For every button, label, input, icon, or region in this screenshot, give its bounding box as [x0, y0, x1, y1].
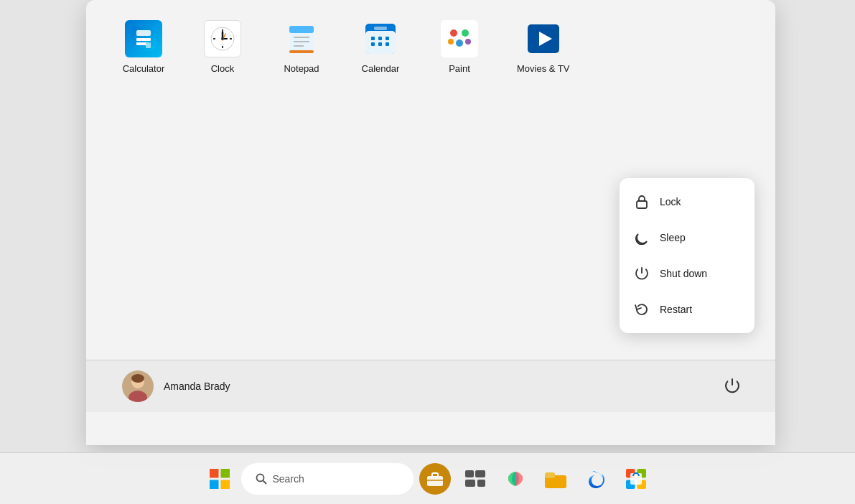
svg-rect-66	[630, 473, 642, 485]
svg-point-35	[462, 29, 469, 37]
sleep-icon	[634, 230, 650, 246]
svg-point-17	[221, 37, 224, 40]
svg-point-37	[448, 39, 454, 45]
start-button[interactable]	[201, 460, 238, 498]
task-view-button[interactable]	[457, 460, 494, 498]
svg-point-39	[457, 32, 462, 37]
search-placeholder: Search	[273, 473, 304, 485]
sleep-label: Sleep	[660, 232, 686, 243]
svg-rect-19	[289, 26, 314, 33]
avatar	[122, 370, 154, 402]
lock-button[interactable]: Lock	[620, 184, 754, 220]
file-explorer-icon	[545, 470, 566, 488]
svg-rect-56	[465, 470, 474, 477]
paint-icon	[441, 20, 478, 57]
svg-rect-1	[136, 30, 151, 36]
svg-rect-59	[477, 480, 485, 487]
shutdown-icon	[634, 266, 650, 281]
app-notepad[interactable]: Notepad	[273, 14, 330, 80]
task-view-icon	[465, 470, 485, 487]
work-app[interactable]	[416, 460, 454, 498]
svg-rect-30	[371, 42, 375, 46]
notepad-icon	[283, 20, 320, 57]
power-button[interactable]	[718, 372, 747, 401]
notepad-label: Notepad	[284, 63, 319, 74]
svg-rect-53	[427, 476, 443, 486]
svg-rect-50	[220, 480, 230, 489]
user-name: Amanda Brady	[164, 381, 230, 392]
svg-rect-58	[465, 480, 475, 487]
svg-point-34	[450, 29, 457, 37]
svg-rect-3	[141, 38, 146, 41]
taskbar: Search	[0, 452, 855, 504]
app-clock[interactable]: Clock	[194, 14, 251, 80]
svg-point-36	[456, 39, 463, 47]
svg-rect-54	[432, 473, 438, 477]
restart-icon	[634, 302, 650, 317]
svg-rect-61	[545, 472, 555, 478]
calculator-icon	[125, 20, 162, 57]
shutdown-button[interactable]: Shut down	[620, 256, 754, 291]
edge-button[interactable]	[577, 460, 615, 498]
svg-line-52	[263, 480, 266, 484]
svg-rect-31	[378, 42, 382, 46]
svg-rect-2	[136, 38, 141, 41]
store-button[interactable]	[617, 460, 655, 498]
svg-rect-6	[141, 42, 146, 45]
svg-rect-4	[146, 38, 151, 41]
app-movies[interactable]: Movies & TV	[510, 14, 576, 80]
svg-rect-32	[386, 42, 389, 46]
svg-rect-27	[371, 37, 375, 40]
svg-point-51	[256, 474, 263, 481]
app-calculator[interactable]: Calculator	[115, 14, 172, 80]
apps-grid: Calculator	[86, 0, 775, 87]
movies-icon	[525, 20, 562, 57]
svg-rect-49	[210, 480, 219, 489]
svg-rect-46	[637, 201, 647, 208]
svg-point-45	[131, 374, 144, 383]
app-calendar[interactable]: Calendar	[352, 14, 409, 80]
clock-label: Clock	[211, 63, 235, 74]
edge-icon	[585, 468, 607, 490]
sleep-button[interactable]: Sleep	[620, 220, 754, 256]
app-paint[interactable]: Paint	[431, 14, 488, 80]
file-explorer-button[interactable]	[537, 460, 574, 498]
svg-rect-47	[210, 469, 219, 478]
svg-rect-20	[289, 50, 314, 53]
svg-rect-29	[386, 37, 389, 40]
copilot-button[interactable]	[497, 460, 534, 498]
store-icon	[626, 469, 646, 489]
shutdown-label: Shut down	[660, 268, 707, 279]
calculator-label: Calculator	[123, 63, 165, 74]
restart-label: Restart	[660, 304, 692, 315]
svg-point-38	[465, 39, 471, 45]
start-bottom-bar: Amanda Brady	[86, 360, 775, 412]
svg-rect-48	[220, 469, 230, 478]
lock-icon	[634, 194, 650, 210]
calendar-icon	[362, 20, 399, 57]
clock-icon	[204, 20, 241, 57]
power-menu: Lock Sleep Shut down Restart	[620, 178, 754, 333]
svg-rect-28	[378, 37, 382, 40]
search-bar[interactable]: Search	[241, 463, 414, 495]
briefcase-icon	[426, 471, 444, 487]
svg-rect-5	[136, 42, 141, 45]
svg-rect-33	[374, 27, 387, 30]
user-profile[interactable]: Amanda Brady	[115, 366, 238, 406]
lock-label: Lock	[660, 196, 681, 207]
calendar-label: Calendar	[362, 63, 400, 74]
paint-label: Paint	[449, 63, 470, 74]
movies-label: Movies & TV	[517, 63, 569, 74]
svg-rect-7	[146, 42, 151, 48]
svg-rect-57	[475, 470, 485, 477]
search-icon	[256, 473, 267, 485]
copilot-icon	[505, 468, 526, 490]
restart-button[interactable]: Restart	[620, 291, 754, 327]
